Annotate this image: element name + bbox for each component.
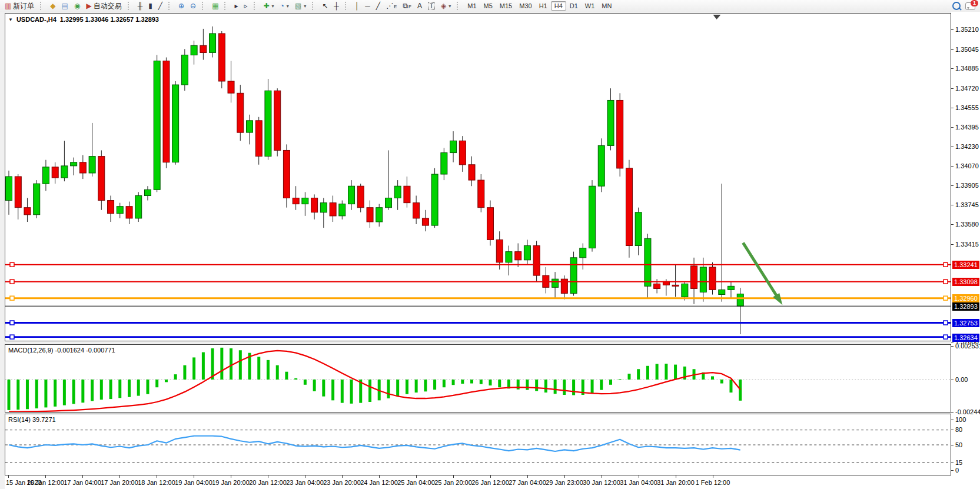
add-indicator-icon[interactable]: ✚▾ [261,1,277,11]
text-icon[interactable]: A [414,1,425,11]
bar-chart-icon[interactable]: ╫ [135,1,146,11]
time-axis-label: 26 Jan 12:00 [471,479,509,486]
line-handle [944,280,948,284]
zoom-out-icon[interactable]: ⊖ [187,1,199,11]
fibonacci-icon[interactable]: ⋰E [383,1,400,11]
timeframe-h1[interactable]: H1 [536,1,551,11]
candle-body [450,141,457,152]
profiles-icon[interactable]: ▤ [59,1,71,11]
macd-histogram-bar [230,348,232,380]
crosshair-icon[interactable]: ┼ [331,1,342,11]
one-click-trading-toggle[interactable]: ▼ [8,17,13,22]
timeframe-m15[interactable]: M15 [496,1,516,11]
macd-histogram-bar [406,380,408,394]
price-axis-label: 1.34230 [955,142,979,151]
toolbar-separator [40,2,44,10]
candle-body [163,61,170,162]
candle-body [79,162,86,173]
charts-icon[interactable]: ◆ [47,1,58,11]
chart-shift-marker [713,15,721,19]
candle-body [255,121,262,157]
candlestick-chart-icon: ▮ [148,2,152,9]
channels-icon[interactable]: ⧉F [400,1,414,11]
candle-body [339,204,346,216]
horizontal-line-icon[interactable]: ─ [362,1,373,11]
toolbar-groups: ▥新订单◆▤◉▶自动交易╫▮╱⊕⊖▦▸▹✚▾◔▾▧▾↖┼│─╱⋰E⧉FAT◈▾M… [0,0,617,12]
axis-tick [951,185,954,186]
rsi-chart-canvas[interactable] [5,414,951,475]
toolbar-group: ▥新订单 [0,0,39,12]
macd-histogram-bar [350,380,353,404]
candle-body [737,294,743,307]
navigator-icon[interactable]: ▹ [241,1,251,11]
macd-histogram-bar [387,380,390,398]
price-line-label-1.32893: 1.32893 [952,302,979,311]
arrows-icon[interactable]: ◈▾ [438,1,454,11]
candle-body [89,157,95,173]
time-axis-label: 23 Jan 04:00 [286,479,324,486]
time-axis-tick [564,475,565,478]
timeframe-m5[interactable]: M5 [480,1,496,11]
macd-histogram-bar [63,380,66,405]
toolbar-separator [312,2,316,10]
periods-icon[interactable]: ◔▾ [277,1,292,11]
macd-histogram-bar [535,380,538,391]
cursor-icon[interactable]: ↖ [319,1,331,11]
timeframe-h4[interactable]: H4 [551,1,566,11]
text-label-icon[interactable]: T [425,1,438,11]
macd-histogram-bar [368,380,371,402]
chevron-down-icon[interactable]: ▾ [272,4,274,9]
macd-chart-canvas[interactable] [5,345,951,412]
time-axis-tick [713,475,713,478]
rsi-axis-label: 50 [955,441,962,449]
zoom-in-icon[interactable]: ⊕ [175,1,187,11]
time-axis-label: 30 Jan 12:00 [583,479,620,486]
zoom-out-icon: ⊖ [190,2,196,9]
timeframe-m30[interactable]: M30 [516,1,535,11]
mt4-terminal-window: ▥新订单◆▤◉▶自动交易╫▮╱⊕⊖▦▸▹✚▾◔▾▧▾↖┼│─╱⋰E⧉FAT◈▾M… [0,0,980,489]
candle-body [635,212,642,246]
price-axis[interactable]: 1.352101.350451.348851.347201.345551.343… [951,12,980,489]
templates-icon[interactable]: ▧▾ [292,1,309,11]
price-axis-label: 1.33415 [955,240,979,248]
market-watch-icon[interactable]: ◉ [71,1,83,11]
time-axis-tick [490,475,491,478]
search-icon[interactable] [952,2,961,10]
macd-histogram-bar [267,360,270,380]
autotrading-button-label: 自动交易 [94,1,122,11]
macd-axis-label: 0.00 [955,375,968,384]
candle-body [61,166,68,178]
timeframe-m1[interactable]: M1 [464,1,480,11]
chevron-down-icon[interactable]: ▾ [449,4,451,9]
time-axis-label: 25 Jan 04:00 [397,479,435,486]
macd-histogram-bar [443,380,446,387]
new-order-button[interactable]: ▥新订单 [2,0,37,12]
time-axis-tick [416,475,417,478]
toolbar-separator [254,2,258,10]
timeframe-w1[interactable]: W1 [582,1,599,11]
tile-windows-icon[interactable]: ▦ [209,1,221,11]
trendline-icon[interactable]: ╱ [373,1,383,11]
candle-body [367,208,373,222]
timeframe-d1[interactable]: D1 [566,1,582,11]
price-chart-canvas[interactable] [5,14,951,341]
time-axis-tick [305,475,305,478]
vertical-line-icon[interactable]: │ [352,1,363,11]
chevron-down-icon[interactable]: ▾ [287,4,289,9]
line-chart-icon[interactable]: ╱ [155,1,165,11]
candlestick-chart-icon[interactable]: ▮ [145,1,155,11]
timeframe-mn[interactable]: MN [598,1,615,11]
text-icon: A [417,2,422,9]
time-axis-tick [231,475,231,478]
chevron-down-icon[interactable]: ▾ [304,4,306,9]
time-axis[interactable]: 15 Jan 202316 Jan 12:0017 Jan 04:0017 Ja… [5,475,951,489]
autotrading-button[interactable]: ▶自动交易 [83,0,124,12]
axis-tick [951,244,954,245]
macd-histogram-bar [100,380,103,400]
toolbar-group: ▦ [207,0,223,12]
notifications-icon[interactable]: 1 [965,2,975,10]
chart-area: ▼ USDCAD-,H4 1.32995 1.33046 1.32657 1.3… [0,12,980,489]
macd-histogram-bar [239,350,242,380]
time-axis-tick [379,475,380,478]
data-window-icon[interactable]: ▸ [231,1,241,11]
